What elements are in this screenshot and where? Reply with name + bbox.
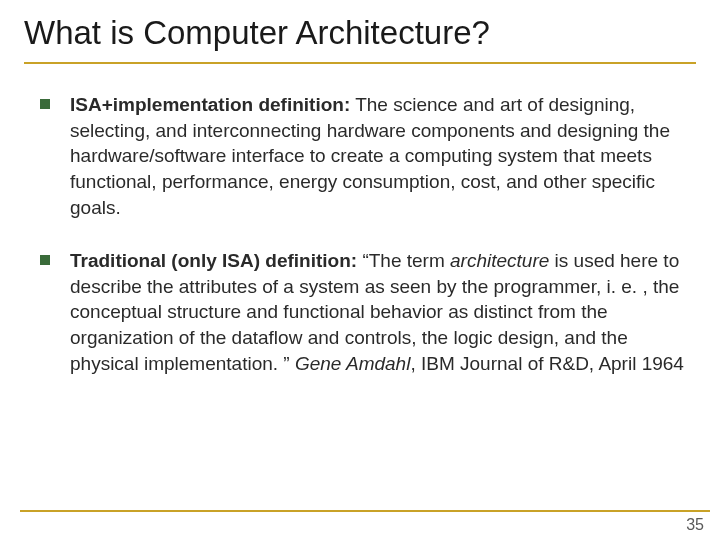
bullet-text: ISA+implementation definition: The scien…	[70, 92, 684, 220]
bullet-item: Traditional (only ISA) definition: “The …	[40, 248, 684, 376]
bullet-icon	[40, 255, 50, 265]
bullet-author: Gene Amdahl	[295, 353, 410, 374]
bullet-q1: “The term	[357, 250, 450, 271]
bullet-arch: architecture	[450, 250, 549, 271]
bullet-icon	[40, 99, 50, 109]
bullet-lead: ISA+implementation definition:	[70, 94, 350, 115]
slide-content: ISA+implementation definition: The scien…	[24, 92, 696, 376]
slide: What is Computer Architecture? ISA+imple…	[0, 0, 720, 540]
divider-bottom	[20, 510, 710, 513]
bullet-lead: Traditional (only ISA) definition:	[70, 250, 357, 271]
page-number: 35	[686, 516, 704, 534]
bullet-text: Traditional (only ISA) definition: “The …	[70, 248, 684, 376]
slide-title: What is Computer Architecture?	[24, 14, 696, 64]
bullet-tail: , IBM Journal of R&D, April 1964	[410, 353, 684, 374]
bullet-item: ISA+implementation definition: The scien…	[40, 92, 684, 220]
